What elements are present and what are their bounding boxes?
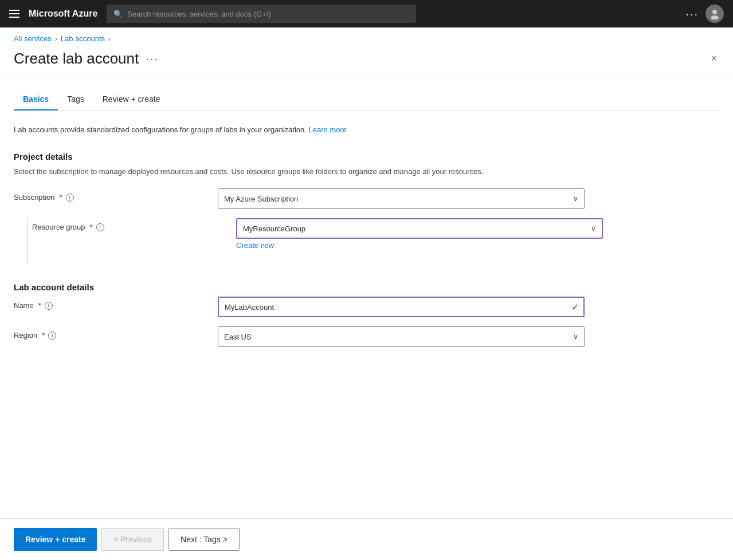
resource-group-value: MyResourceGroup [243, 224, 305, 233]
subscription-value: My Azure Subscription [224, 195, 298, 203]
subscription-label: Subscription [14, 193, 55, 202]
name-valid-icon: ✓ [571, 302, 579, 313]
review-create-button[interactable]: Review + create [14, 528, 97, 551]
subscription-dropdown[interactable]: My Azure Subscription ∨ [218, 188, 585, 209]
subscription-required: * [60, 193, 62, 202]
resource-group-label: Resource group [32, 223, 85, 231]
resource-group-field-row: Resource group * i MyResourceGroup ∨ Cre… [32, 218, 719, 250]
name-field-row: Name * i ✓ [14, 297, 719, 317]
project-details-description: Select the subscription to manage deploy… [14, 166, 719, 178]
subscription-field-row: Subscription * i My Azure Subscription ∨ [14, 188, 719, 209]
region-info-icon[interactable]: i [48, 332, 56, 340]
project-details-title: Project details [14, 152, 719, 161]
bottom-bar: Review + create < Previous Next : Tags > [0, 518, 733, 560]
name-required: * [38, 301, 41, 310]
resource-group-right: Resource group * i MyResourceGroup ∨ Cre… [32, 218, 719, 259]
previous-button[interactable]: < Previous [101, 528, 164, 551]
page-description: Lab accounts provide standardized config… [14, 124, 719, 136]
subscription-label-col: Subscription * i [14, 188, 209, 202]
main-container: All services › Lab accounts › Create lab… [0, 27, 733, 560]
nav-more-button[interactable]: ··· [685, 7, 699, 21]
resource-group-info-icon[interactable]: i [96, 223, 104, 231]
breadcrumb-all-services[interactable]: All services [14, 34, 52, 43]
tab-bar: Basics Tags Review + create [14, 77, 719, 111]
lab-account-details-title: Lab account details [14, 282, 719, 292]
resource-group-dropdown[interactable]: MyResourceGroup ∨ [236, 218, 603, 239]
hamburger-menu[interactable] [9, 10, 19, 18]
breadcrumb: All services › Lab accounts › [0, 27, 733, 45]
name-info-icon[interactable]: i [45, 302, 53, 310]
close-button[interactable]: × [708, 50, 719, 67]
resource-group-chevron-icon: ∨ [591, 224, 596, 232]
project-details-section: Project details Select the subscription … [14, 152, 719, 265]
name-input[interactable] [218, 297, 585, 317]
name-label-col: Name * i [14, 297, 209, 310]
region-field-row: Region * i East US ∨ [14, 326, 719, 347]
subscription-control-col: My Azure Subscription ∨ [218, 188, 585, 209]
tab-review-create[interactable]: Review + create [93, 89, 170, 111]
page-title: Create lab account [14, 50, 139, 68]
next-button[interactable]: Next : Tags > [168, 528, 240, 551]
breadcrumb-sep-2: › [108, 35, 111, 43]
page-header-left: Create lab account ··· [14, 50, 159, 68]
region-control-col: East US ∨ [218, 326, 585, 347]
learn-more-link[interactable]: Learn more [309, 125, 347, 134]
name-input-wrapper: ✓ [218, 297, 585, 317]
resource-group-required: * [90, 223, 93, 231]
breadcrumb-sep-1: › [55, 35, 57, 43]
svg-point-1 [711, 15, 719, 19]
name-label: Name [14, 301, 34, 310]
tab-basics[interactable]: Basics [14, 89, 58, 111]
tab-tags[interactable]: Tags [58, 89, 93, 111]
search-bar[interactable]: 🔍 [107, 5, 416, 23]
page-more-button[interactable]: ··· [146, 52, 159, 65]
region-chevron-icon: ∨ [573, 333, 578, 341]
top-nav: Microsoft Azure 🔍 ··· [0, 0, 733, 27]
resource-group-label-col: Resource group * i [32, 218, 227, 231]
region-label-col: Region * i [14, 326, 209, 340]
svg-point-0 [712, 10, 717, 14]
region-dropdown[interactable]: East US ∨ [218, 326, 585, 347]
region-label: Region [14, 331, 37, 340]
lab-account-details-section: Lab account details Name * i ✓ [14, 282, 719, 347]
resource-group-control-col: MyResourceGroup ∨ Create new [236, 218, 603, 250]
create-new-link[interactable]: Create new [236, 241, 274, 250]
content-body: Basics Tags Review + create Lab accounts… [0, 77, 733, 518]
breadcrumb-lab-accounts[interactable]: Lab accounts [61, 34, 105, 43]
brand-name: Microsoft Azure [29, 9, 97, 19]
subscription-chevron-icon: ∨ [573, 195, 578, 203]
region-value: East US [224, 333, 252, 341]
page-header: Create lab account ··· × [0, 45, 733, 77]
search-input[interactable] [127, 10, 409, 18]
name-control-col: ✓ [218, 297, 585, 317]
user-avatar[interactable] [705, 5, 724, 23]
subscription-info-icon[interactable]: i [66, 194, 74, 202]
search-icon: 🔍 [113, 10, 123, 18]
nav-right: ··· [685, 5, 724, 23]
region-required: * [42, 331, 45, 340]
resource-group-indent-wrapper: Resource group * i MyResourceGroup ∨ Cre… [14, 218, 719, 264]
